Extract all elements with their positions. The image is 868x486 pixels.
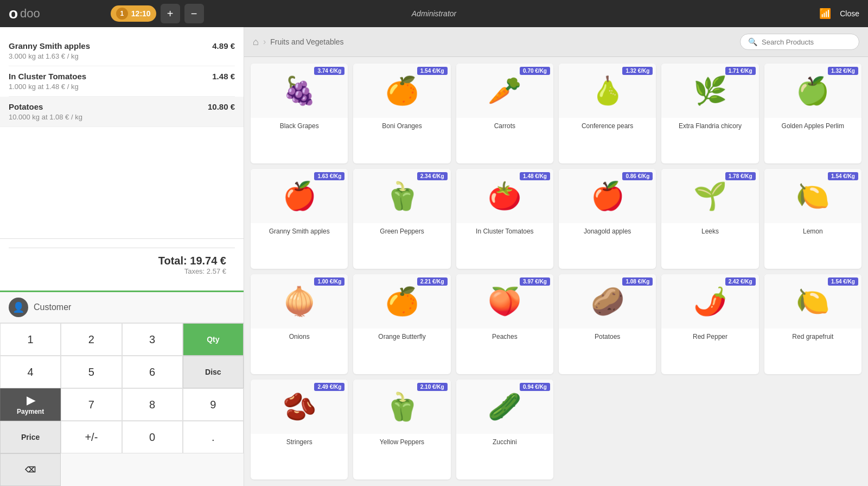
product-card[interactable]: 1.63 €/Kg 🍎 Granny Smith apples [251, 169, 348, 269]
order-total-section: Total: 19.74 € Taxes: 2.57 € [0, 238, 244, 291]
product-card[interactable]: 1.48 €/Kg 🍅 In Cluster Tomatoes [456, 169, 553, 269]
price-badge: 0.86 €/Kg [622, 172, 653, 180]
customer-label: Customer [34, 302, 71, 312]
product-card[interactable]: 0.70 €/Kg 🥕 Carrots [456, 64, 553, 163]
product-card[interactable]: 1.32 €/Kg 🍐 Conference pears [559, 64, 656, 163]
product-name: Zucchini [456, 434, 553, 450]
num-7[interactable]: 7 [61, 388, 122, 421]
num-0[interactable]: 0 [122, 421, 183, 453]
search-input[interactable] [762, 38, 851, 46]
num-9[interactable]: 9 [183, 388, 244, 421]
num-dot[interactable]: . [183, 421, 244, 453]
product-card[interactable]: 2.42 €/Kg 🌶️ Red Pepper [661, 274, 758, 374]
search-box: 🔍 [740, 34, 859, 50]
product-card[interactable]: 1.54 €/Kg 🍋 Lemon [764, 169, 861, 269]
price-badge: 3.74 €/Kg [314, 67, 344, 75]
product-name: Conference pears [559, 118, 656, 134]
product-card[interactable]: 1.08 €/Kg 🥔 Potatoes [559, 274, 656, 374]
topbar-right: 📶 Close [819, 8, 859, 20]
product-name: Red Pepper [661, 329, 758, 345]
product-name: Red grapefruit [764, 329, 861, 345]
num-2[interactable]: 2 [61, 323, 122, 356]
item-detail: 1.000 kg at 1.48 € / kg [9, 83, 86, 91]
product-name: Potatoes [559, 329, 656, 345]
order-item[interactable]: Granny Smith apples 3.000 kg at 1.63 € /… [9, 36, 235, 66]
price-badge: 0.70 €/Kg [520, 67, 550, 75]
taxes-label: Taxes: [184, 267, 207, 275]
price-badge: 1.54 €/Kg [828, 277, 858, 286]
backspace-button[interactable]: ⌫ [0, 453, 61, 486]
product-card[interactable]: 1.71 €/Kg 🌿 Extra Flandria chicory [661, 64, 758, 163]
product-card[interactable]: 3.74 €/Kg 🍇 Black Grapes [251, 64, 348, 163]
breadcrumb-separator: › [263, 37, 266, 47]
disc-button[interactable]: Disc [183, 356, 244, 388]
product-name: Granny Smith apples [251, 223, 348, 239]
price-badge: 1.32 €/Kg [622, 67, 653, 75]
product-card[interactable]: 1.78 €/Kg 🌱 Leeks [661, 169, 758, 269]
breadcrumb-bar: ⌂ › Fruits and Vegetables 🔍 [244, 27, 868, 57]
order-item[interactable]: In Cluster Tomatoes 1.000 kg at 1.48 € /… [9, 66, 235, 97]
home-button[interactable]: ⌂ [253, 36, 259, 48]
payment-label: Payment [17, 408, 44, 415]
product-card[interactable]: 0.94 €/Kg 🥒 Zucchini [456, 380, 553, 479]
num-6[interactable]: 6 [122, 356, 183, 388]
product-card[interactable]: 2.34 €/Kg 🫑 Green Peppers [353, 169, 450, 269]
product-name: Yellow Peppers [353, 434, 450, 450]
qty-button[interactable]: Qty [183, 323, 244, 356]
price-badge: 3.97 €/Kg [520, 277, 550, 286]
product-name: In Cluster Tomatoes [456, 223, 553, 239]
product-card[interactable]: 1.54 €/Kg 🍊 Boni Oranges [353, 64, 450, 163]
add-order-button[interactable]: + [161, 4, 180, 23]
product-card[interactable]: 1.54 €/Kg 🍋 Red grapefruit [764, 274, 861, 374]
price-badge: 2.34 €/Kg [417, 172, 448, 180]
remove-order-button[interactable]: − [184, 4, 204, 23]
product-name: Extra Flandria chicory [661, 118, 758, 134]
wifi-icon: 📶 [819, 8, 831, 20]
item-price: 4.89 € [212, 41, 235, 51]
product-card[interactable]: 1.00 €/Kg 🧅 Onions [251, 274, 348, 374]
breadcrumb-category: Fruits and Vegetables [270, 37, 343, 46]
order-item[interactable]: Potatoes 10.000 kg at 1.08 € / kg 10.80 … [0, 97, 244, 127]
item-name: In Cluster Tomatoes [9, 72, 86, 81]
product-card[interactable]: 3.97 €/Kg 🍑 Peaches [456, 274, 553, 374]
order-items-list: Granny Smith apples 3.000 kg at 1.63 € /… [0, 27, 244, 234]
logo-o: o [9, 5, 18, 22]
price-badge: 1.48 €/Kg [520, 172, 550, 180]
num-8[interactable]: 8 [122, 388, 183, 421]
close-button[interactable]: Close [840, 9, 859, 18]
item-detail: 10.000 kg at 1.08 € / kg [9, 113, 82, 121]
order-tab[interactable]: 1 12:10 [111, 5, 156, 22]
total-line: Total: 19.74 € [17, 255, 226, 267]
price-button[interactable]: Price [0, 421, 61, 453]
num-3[interactable]: 3 [122, 323, 183, 356]
numpad-grid: 1 2 3 Qty 4 5 6 Disc ▶ Payment 7 8 9 [0, 323, 244, 486]
logo-doo: doo [20, 7, 40, 21]
price-badge: 2.21 €/Kg [417, 277, 448, 286]
product-card[interactable]: 0.86 €/Kg 🍎 Jonagold apples [559, 169, 656, 269]
product-name: Orange Butterfly [353, 329, 450, 345]
product-card[interactable]: 2.10 €/Kg 🫑 Yellow Peppers [353, 380, 450, 479]
topbar: o doo Administrator 1 12:10 + − 📶 Close [0, 0, 868, 27]
price-badge: 2.10 €/Kg [417, 383, 448, 391]
product-name: Stringers [251, 434, 348, 450]
num-4[interactable]: 4 [0, 356, 61, 388]
item-price: 1.48 € [212, 72, 235, 81]
num-plusminus[interactable]: +/- [61, 421, 122, 453]
product-card[interactable]: 2.21 €/Kg 🍊 Orange Butterfly [353, 274, 450, 374]
main-content: Granny Smith apples 3.000 kg at 1.63 € /… [0, 27, 868, 486]
product-name: Onions [251, 329, 348, 345]
num-1[interactable]: 1 [0, 323, 61, 356]
product-name: Lemon [764, 223, 861, 239]
num-5[interactable]: 5 [61, 356, 122, 388]
item-name: Potatoes [9, 102, 82, 111]
logo: o doo [9, 5, 40, 22]
customer-button[interactable]: 👤 Customer [0, 292, 244, 323]
product-card[interactable]: 2.49 €/Kg 🫘 Stringers [251, 380, 348, 479]
payment-button[interactable]: ▶ Payment [0, 388, 61, 421]
product-card[interactable]: 1.32 €/Kg 🍏 Golden Apples Perlim [764, 64, 861, 163]
item-detail: 3.000 kg at 1.63 € / kg [9, 52, 90, 60]
product-name: Black Grapes [251, 118, 348, 134]
product-name: Golden Apples Perlim [764, 118, 861, 134]
product-name: Carrots [456, 118, 553, 134]
price-badge: 2.49 €/Kg [314, 383, 344, 391]
